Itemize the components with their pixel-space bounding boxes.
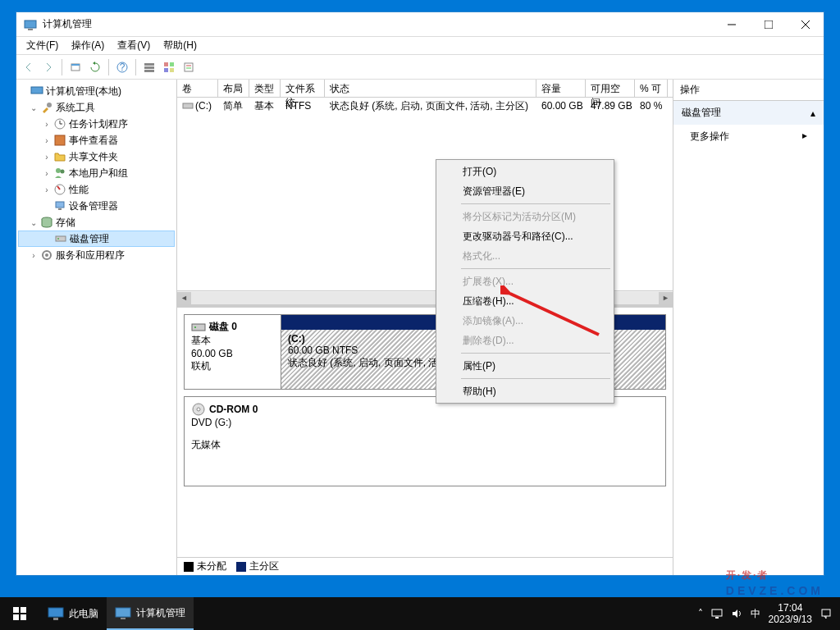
toolbar-properties-button[interactable] [180,58,198,76]
app-icon [21,16,39,34]
menu-help[interactable]: 帮助(H) [157,37,203,54]
col-pct[interactable]: % 可 [635,80,668,97]
folder-icon [52,150,67,163]
svg-rect-37 [192,324,205,331]
toolbar-view1-button[interactable] [140,58,158,76]
svg-rect-0 [25,21,36,28]
scroll-right-button[interactable]: ► [659,292,673,304]
computer-icon [30,84,44,98]
volume-icon [182,100,194,112]
context-change-drive[interactable]: 更改驱动器号和路径(C)... [438,226,612,246]
toolbar-back-button[interactable] [20,58,38,76]
start-button[interactable] [0,597,39,630]
svg-rect-29 [56,202,64,208]
disk-0-label[interactable]: 磁盘 0 基本 60.00 GB 联机 [185,315,281,389]
collapse-icon[interactable]: ▴ [810,107,815,119]
close-button[interactable] [787,12,824,36]
context-open[interactable]: 打开(O) [438,162,612,181]
maximize-button[interactable] [750,12,787,36]
tray-notifications-icon[interactable] [820,608,832,619]
tree-storage[interactable]: ⌄存储 [18,214,175,231]
services-icon [39,249,54,262]
menu-view[interactable]: 查看(V) [111,37,157,54]
col-capacity[interactable]: 容量 [536,80,586,97]
svg-rect-17 [185,63,193,71]
tree-shared-folders[interactable]: ›共享文件夹 [18,148,175,165]
taskbar-app[interactable]: 计算机管理 [107,597,194,630]
actions-more[interactable]: 更多操作▸ [673,125,824,148]
actions-group[interactable]: 磁盘管理▴ [673,101,824,125]
context-delete: 删除卷(D)... [438,331,612,350]
menu-action[interactable]: 操作(A) [65,37,111,54]
toolbar-up-button[interactable] [66,58,84,76]
tray-up-icon[interactable]: ˄ [698,608,703,619]
tree-services[interactable]: ›服务和应用程序 [18,247,175,263]
tray-ime[interactable]: 中 [751,607,760,621]
menu-file[interactable]: 文件(F) [20,37,65,54]
svg-rect-43 [21,607,26,613]
context-explorer[interactable]: 资源管理器(E) [438,181,612,201]
menubar: 文件(F) 操作(A) 查看(V) 帮助(H) [16,37,824,55]
taskbar[interactable]: 此电脑 计算机管理 ˄ 中 17:042023/9/13 [0,597,840,630]
perf-icon [52,183,67,196]
svg-rect-11 [144,66,154,69]
tools-icon [39,101,54,114]
svg-point-38 [194,326,196,328]
col-layout[interactable]: 布局 [218,80,249,97]
tree-disk-management[interactable]: 磁盘管理 [18,231,175,247]
svg-point-27 [61,170,65,174]
toolbar-view2-button[interactable] [160,58,178,76]
svg-point-26 [56,168,61,173]
tray-clock[interactable]: 17:042023/9/13 [769,602,812,626]
system-tray[interactable]: ˄ 中 17:042023/9/13 [690,602,840,626]
context-shrink[interactable]: 压缩卷(H)... [438,291,612,311]
mmc-icon [115,605,131,620]
context-extend: 扩展卷(X)... [438,272,612,291]
svg-rect-44 [13,614,19,620]
svg-rect-25 [55,135,65,145]
svg-rect-51 [715,617,719,619]
minimize-button[interactable] [713,12,750,36]
legend-primary-swatch [236,562,246,572]
tree-root[interactable]: 计算机管理(本地) [18,83,175,99]
computer-management-window: 计算机管理 文件(F) 操作(A) 查看(V) 帮助(H) ? 计算机管理(本地… [16,11,824,576]
toolbar-help-button[interactable]: ? [113,58,131,76]
pc-icon [48,606,64,621]
context-help[interactable]: 帮助(H) [438,381,612,401]
toolbar-forward-button[interactable] [39,58,57,76]
volume-row-c[interactable]: (C:) 简单 基本 NTFS 状态良好 (系统, 启动, 页面文件, 活动, … [177,98,673,114]
tree-local-users[interactable]: ›本地用户和组 [18,165,175,181]
context-properties[interactable]: 属性(P) [438,356,612,376]
device-icon [52,199,67,212]
legend: 未分配 主分区 [177,557,673,575]
cdrom-row[interactable]: CD-ROM 0 DVD (G:) 无媒体 [184,396,666,486]
col-volume[interactable]: 卷 [177,80,218,97]
titlebar[interactable]: 计算机管理 [16,12,824,37]
svg-point-21 [47,103,52,107]
cdrom-label[interactable]: CD-ROM 0 DVD (G:) 无媒体 [185,397,665,486]
navigation-tree[interactable]: 计算机管理(本地) ⌄系统工具 ›任务计划程序 ›事件查看器 ›共享文件夹 ›本… [16,80,177,575]
tree-system-tools[interactable]: ⌄系统工具 [18,99,175,116]
tree-device-manager[interactable]: 设备管理器 [18,198,175,214]
legend-unallocated-swatch [184,562,194,572]
tree-performance[interactable]: ›性能 [18,181,175,198]
scroll-left-button[interactable]: ◄ [177,292,191,304]
col-fs[interactable]: 文件系统 [281,80,325,97]
volume-list-header[interactable]: 卷 布局 类型 文件系统 状态 容量 可用空间 % 可 [177,80,673,98]
tray-network-icon[interactable] [711,608,723,619]
tree-task-scheduler[interactable]: ›任务计划程序 [18,116,175,132]
tree-event-viewer[interactable]: ›事件查看器 [18,132,175,148]
hdd-icon [191,322,206,333]
svg-text:?: ? [120,62,126,73]
tray-volume-icon[interactable] [731,608,742,619]
svg-point-40 [197,408,200,411]
svg-rect-14 [170,62,174,66]
col-status[interactable]: 状态 [325,80,536,97]
taskbar-this-pc[interactable]: 此电脑 [39,597,107,630]
col-type[interactable]: 类型 [249,80,281,97]
context-add-mirror: 添加镜像(A)... [438,311,612,331]
toolbar-refresh-button[interactable] [86,58,104,76]
svg-rect-7 [71,64,80,66]
svg-rect-12 [144,70,154,72]
col-free[interactable]: 可用空间 [586,80,635,97]
